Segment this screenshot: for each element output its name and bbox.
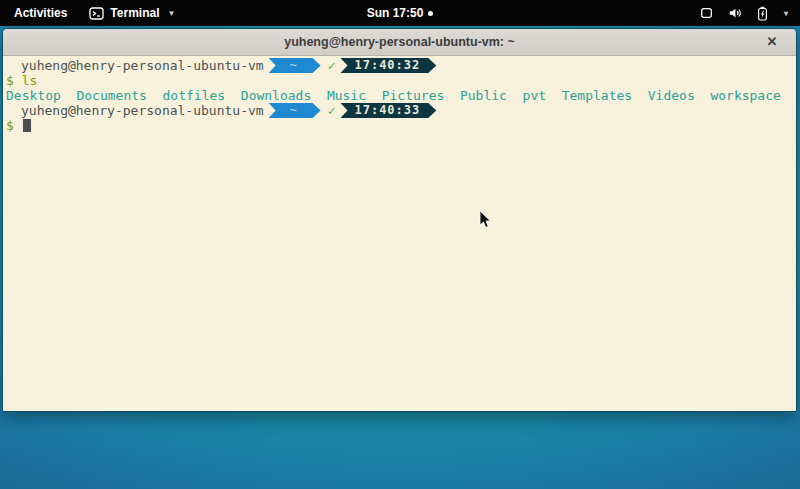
prompt-path-badge: ~ (269, 103, 321, 118)
focused-app-label: Terminal (110, 6, 159, 20)
prompt-dollar: $ (6, 73, 14, 88)
prompt-user: yuheng@henry-personal-ubuntu-vm (21, 58, 264, 73)
window-title: yuheng@henry-personal-ubuntu-vm: ~ (284, 35, 515, 49)
window-titlebar[interactable]: yuheng@henry-personal-ubuntu-vm: ~ ✕ (3, 29, 796, 56)
command-output-line: Desktop Documents dotfiles Downloads Mus… (6, 88, 796, 103)
prompt-dollar: $ (6, 118, 14, 133)
command-text: ls (22, 73, 38, 88)
prompt-line-2: yuheng@henry-personal-ubuntu-vm ~ ✓ 17:4… (6, 103, 796, 118)
system-status-area[interactable]: ▾ (699, 6, 800, 21)
clock-label: Sun 17:50 (367, 6, 424, 20)
terminal-window: yuheng@henry-personal-ubuntu-vm: ~ ✕ yuh… (2, 28, 797, 412)
notification-dot-icon (428, 11, 433, 16)
clock-button[interactable]: Sun 17:50 (367, 6, 434, 20)
ls-output: Desktop Documents dotfiles Downloads Mus… (6, 88, 781, 103)
chevron-down-icon: ▾ (784, 9, 788, 18)
check-icon: ✓ (328, 58, 336, 73)
text-cursor (23, 119, 31, 132)
prompt-time: 17:40:33 (354, 103, 420, 118)
terminal-icon (89, 7, 104, 20)
prompt-path: ~ (290, 103, 297, 118)
command-line: $ ls (6, 73, 796, 88)
prompt-path: ~ (290, 58, 297, 73)
focused-app-menu[interactable]: Terminal ▼ (89, 6, 175, 20)
top-bar: Activities Terminal ▼ Sun 17:50 (0, 0, 800, 26)
prompt-line-1: yuheng@henry-personal-ubuntu-vm ~ ✓ 17:4… (6, 58, 796, 73)
prompt-user: yuheng@henry-personal-ubuntu-vm (21, 103, 264, 118)
close-button[interactable]: ✕ (762, 32, 782, 52)
display-icon (699, 6, 714, 20)
prompt-time: 17:40:32 (354, 58, 420, 73)
battery-charging-icon (756, 6, 769, 21)
terminal-screen[interactable]: yuheng@henry-personal-ubuntu-vm ~ ✓ 17:4… (3, 56, 796, 411)
prompt-time-badge: 17:40:32 (340, 58, 436, 73)
activities-button[interactable]: Activities (10, 4, 71, 22)
prompt-time-badge: 17:40:33 (340, 103, 436, 118)
chevron-down-icon: ▼ (167, 9, 175, 18)
volume-icon (727, 6, 743, 20)
check-icon: ✓ (328, 103, 336, 118)
input-line[interactable]: $ (6, 118, 796, 133)
prompt-path-badge: ~ (269, 58, 321, 73)
